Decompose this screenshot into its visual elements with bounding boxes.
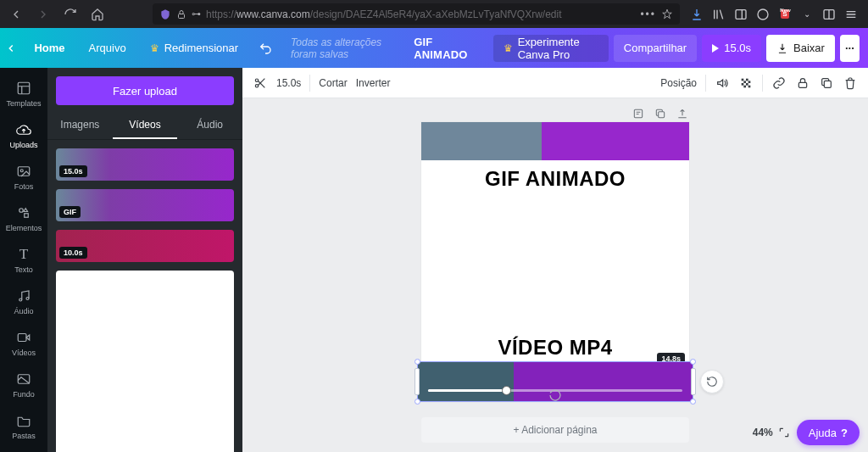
svg-rect-26 <box>659 112 665 118</box>
nav-back-button[interactable] <box>5 3 27 25</box>
volume-icon[interactable] <box>715 75 730 91</box>
canvas-stage[interactable]: GIF ANIMADO VÍDEO MP4 14.8s <box>242 98 868 452</box>
account-icon[interactable] <box>756 8 770 21</box>
crop-button[interactable]: Cortar <box>319 77 347 89</box>
url-more-icon[interactable]: ••• <box>640 8 656 20</box>
flip-button[interactable]: Inverter <box>356 77 391 89</box>
svg-rect-25 <box>634 109 642 117</box>
playhead-knob[interactable] <box>502 386 511 395</box>
tab-videos[interactable]: Vídeos <box>113 112 178 139</box>
rail-audio[interactable]: Áudio <box>0 281 47 322</box>
help-button[interactable]: Ajuda? <box>797 420 860 445</box>
templates-icon <box>15 80 32 97</box>
svg-rect-23 <box>798 82 806 87</box>
svg-point-13 <box>255 79 258 81</box>
rail-text[interactable]: TTexto <box>0 239 47 281</box>
zoom-control[interactable]: 44% <box>753 427 790 438</box>
tab-audio[interactable]: Áudio <box>177 112 242 139</box>
try-pro-button[interactable]: ♛Experimente Canva Pro <box>493 35 609 62</box>
rail-background[interactable]: Fundo <box>0 364 47 405</box>
share-button[interactable]: Compartilhar <box>614 35 697 62</box>
position-button[interactable]: Posição <box>660 77 697 89</box>
home-link[interactable]: Home <box>22 28 76 68</box>
link-icon[interactable] <box>771 75 787 91</box>
upload-item[interactable]: 15.0s <box>56 148 234 181</box>
more-button[interactable]: ··· <box>840 35 860 62</box>
svg-rect-24 <box>824 81 831 87</box>
undo-button[interactable] <box>250 28 281 68</box>
corner-handle[interactable] <box>690 399 696 405</box>
transparency-icon[interactable] <box>738 75 754 91</box>
svg-rect-22 <box>748 85 751 87</box>
svg-rect-1 <box>736 9 746 19</box>
svg-rect-16 <box>746 78 748 81</box>
library-icon[interactable] <box>712 8 726 21</box>
nav-forward-button[interactable] <box>32 3 54 25</box>
top-strip[interactable] <box>421 122 689 160</box>
svg-point-7 <box>19 209 24 213</box>
url-text: https://www.canva.com/design/DAEZ4Al5eR4… <box>206 8 635 20</box>
notes-icon[interactable] <box>632 107 645 120</box>
split-icon[interactable] <box>822 8 836 21</box>
corner-handle[interactable] <box>690 359 696 365</box>
text-element-2[interactable]: VÍDEO MP4 <box>421 329 689 361</box>
upload-item[interactable] <box>56 271 234 452</box>
uploads-list[interactable]: 15.0s GIF 10.0s <box>47 140 242 452</box>
design-page[interactable]: GIF ANIMADO VÍDEO MP4 14.8s <box>421 122 689 402</box>
svg-rect-18 <box>748 81 751 83</box>
duplicate-page-icon[interactable] <box>654 107 667 120</box>
upload-button[interactable]: Fazer upload <box>56 76 234 105</box>
rail-templates[interactable]: Templates <box>0 73 47 114</box>
lock-icon[interactable] <box>795 75 810 91</box>
rail-folders[interactable]: Pastas <box>0 405 47 447</box>
rail-elements[interactable]: Elementos <box>0 198 47 239</box>
svg-point-2 <box>758 9 768 20</box>
rotate-handle[interactable] <box>700 370 724 393</box>
reader-icon[interactable] <box>661 8 673 20</box>
resize-handle-right[interactable] <box>691 368 696 395</box>
resize-button[interactable]: ♛Redimensionar <box>138 28 250 68</box>
toolbar-duration[interactable]: 15.0s <box>276 77 301 89</box>
svg-rect-4 <box>18 82 30 94</box>
upload-item[interactable]: GIF <box>56 189 234 221</box>
trash-icon[interactable] <box>843 75 858 91</box>
corner-handle[interactable] <box>415 399 420 405</box>
chevron-down-icon[interactable]: ⌄ <box>800 8 814 21</box>
header-back-button[interactable] <box>0 28 22 68</box>
scissors-icon[interactable] <box>253 75 268 91</box>
svg-rect-20 <box>746 83 748 86</box>
nav-reload-button[interactable] <box>59 3 81 25</box>
rotate-cue-icon[interactable] <box>548 388 562 405</box>
expand-icon[interactable] <box>778 427 790 438</box>
resize-handle-left[interactable] <box>415 368 420 395</box>
nav-home-button[interactable] <box>86 3 108 25</box>
corner-handle[interactable] <box>415 359 420 365</box>
left-rail: Templates Uploads Fotos Elementos TTexto… <box>0 68 47 452</box>
elements-icon <box>15 204 32 221</box>
text-element-1[interactable]: GIF ANIMADO <box>421 160 689 198</box>
photos-icon <box>15 163 32 180</box>
duplicate-icon[interactable] <box>819 75 834 91</box>
upload-item[interactable]: 10.0s <box>56 230 234 262</box>
svg-rect-15 <box>742 78 744 81</box>
downloads-icon[interactable] <box>690 8 704 21</box>
tab-images[interactable]: Imagens <box>47 112 113 139</box>
file-menu[interactable]: Arquivo <box>77 28 138 68</box>
play-button[interactable]: 15.0s <box>702 35 761 62</box>
uploads-icon <box>15 121 32 138</box>
svg-point-6 <box>20 170 23 172</box>
rail-videos[interactable]: Vídeos <box>0 322 47 364</box>
add-page-button[interactable]: + Adicionar página <box>421 417 689 443</box>
sidebar-icon[interactable] <box>734 8 748 21</box>
upload-page-icon[interactable] <box>676 107 689 120</box>
browser-chrome: ⊶ https://www.canva.com/design/DAEZ4Al5e… <box>0 0 868 28</box>
rail-photos[interactable]: Fotos <box>0 156 47 198</box>
extension-badge[interactable]: SNew <box>778 8 792 21</box>
rail-uploads[interactable]: Uploads <box>0 114 47 156</box>
hamburger-icon[interactable] <box>844 8 858 21</box>
gif-badge: GIF <box>59 206 81 218</box>
url-settings-icon: ⊶ <box>192 8 201 20</box>
url-bar[interactable]: ⊶ https://www.canva.com/design/DAEZ4Al5e… <box>153 3 680 25</box>
design-title[interactable]: GIF ANIMADO <box>414 36 481 61</box>
download-button[interactable]: Baixar <box>766 35 835 62</box>
